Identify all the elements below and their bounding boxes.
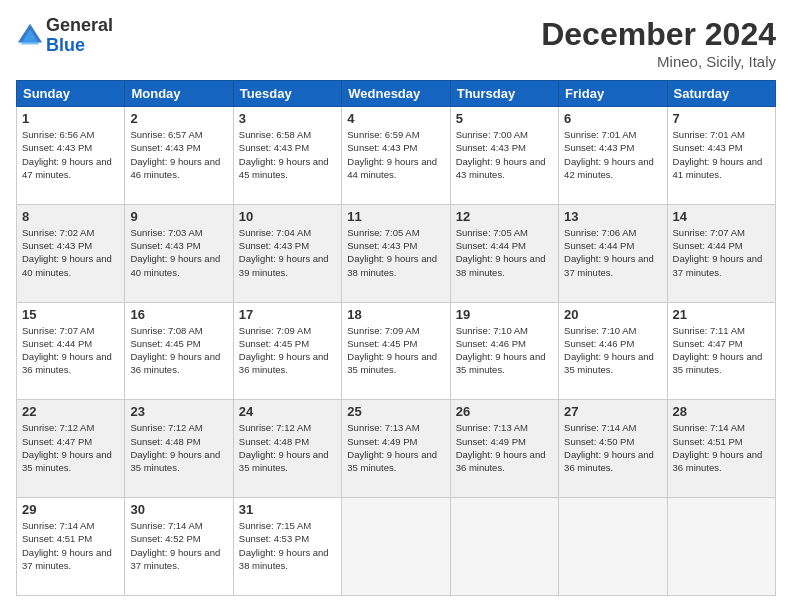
day-number: 30 bbox=[130, 502, 227, 517]
day-cell: 12 Sunrise: 7:05 AMSunset: 4:44 PMDaylig… bbox=[450, 204, 558, 302]
week-row-2: 8 Sunrise: 7:02 AMSunset: 4:43 PMDayligh… bbox=[17, 204, 776, 302]
logo-icon bbox=[16, 22, 44, 50]
day-info: Sunrise: 7:12 AMSunset: 4:47 PMDaylight:… bbox=[22, 422, 112, 473]
day-number: 15 bbox=[22, 307, 119, 322]
day-number: 26 bbox=[456, 404, 553, 419]
calendar-table: SundayMondayTuesdayWednesdayThursdayFrid… bbox=[16, 80, 776, 596]
logo: General Blue bbox=[16, 16, 113, 56]
day-number: 4 bbox=[347, 111, 444, 126]
day-cell: 29 Sunrise: 7:14 AMSunset: 4:51 PMDaylig… bbox=[17, 498, 125, 596]
col-header-thursday: Thursday bbox=[450, 81, 558, 107]
day-cell: 9 Sunrise: 7:03 AMSunset: 4:43 PMDayligh… bbox=[125, 204, 233, 302]
day-info: Sunrise: 7:01 AMSunset: 4:43 PMDaylight:… bbox=[673, 129, 763, 180]
day-cell: 11 Sunrise: 7:05 AMSunset: 4:43 PMDaylig… bbox=[342, 204, 450, 302]
day-info: Sunrise: 7:07 AMSunset: 4:44 PMDaylight:… bbox=[22, 325, 112, 376]
day-info: Sunrise: 7:10 AMSunset: 4:46 PMDaylight:… bbox=[564, 325, 654, 376]
day-info: Sunrise: 6:59 AMSunset: 4:43 PMDaylight:… bbox=[347, 129, 437, 180]
calendar-subtitle: Mineo, Sicily, Italy bbox=[541, 53, 776, 70]
day-cell: 5 Sunrise: 7:00 AMSunset: 4:43 PMDayligh… bbox=[450, 107, 558, 205]
day-number: 14 bbox=[673, 209, 770, 224]
day-info: Sunrise: 7:04 AMSunset: 4:43 PMDaylight:… bbox=[239, 227, 329, 278]
day-number: 8 bbox=[22, 209, 119, 224]
day-number: 12 bbox=[456, 209, 553, 224]
day-number: 6 bbox=[564, 111, 661, 126]
day-number: 18 bbox=[347, 307, 444, 322]
day-cell: 6 Sunrise: 7:01 AMSunset: 4:43 PMDayligh… bbox=[559, 107, 667, 205]
day-cell bbox=[667, 498, 775, 596]
day-number: 16 bbox=[130, 307, 227, 322]
day-number: 3 bbox=[239, 111, 336, 126]
day-info: Sunrise: 7:11 AMSunset: 4:47 PMDaylight:… bbox=[673, 325, 763, 376]
calendar-title: December 2024 bbox=[541, 16, 776, 53]
week-row-4: 22 Sunrise: 7:12 AMSunset: 4:47 PMDaylig… bbox=[17, 400, 776, 498]
day-cell: 17 Sunrise: 7:09 AMSunset: 4:45 PMDaylig… bbox=[233, 302, 341, 400]
day-cell: 15 Sunrise: 7:07 AMSunset: 4:44 PMDaylig… bbox=[17, 302, 125, 400]
day-cell: 22 Sunrise: 7:12 AMSunset: 4:47 PMDaylig… bbox=[17, 400, 125, 498]
day-cell: 8 Sunrise: 7:02 AMSunset: 4:43 PMDayligh… bbox=[17, 204, 125, 302]
day-number: 29 bbox=[22, 502, 119, 517]
day-info: Sunrise: 7:12 AMSunset: 4:48 PMDaylight:… bbox=[130, 422, 220, 473]
day-cell: 21 Sunrise: 7:11 AMSunset: 4:47 PMDaylig… bbox=[667, 302, 775, 400]
day-cell: 20 Sunrise: 7:10 AMSunset: 4:46 PMDaylig… bbox=[559, 302, 667, 400]
day-number: 27 bbox=[564, 404, 661, 419]
page: General Blue December 2024 Mineo, Sicily… bbox=[0, 0, 792, 612]
day-number: 21 bbox=[673, 307, 770, 322]
title-block: December 2024 Mineo, Sicily, Italy bbox=[541, 16, 776, 70]
day-number: 22 bbox=[22, 404, 119, 419]
day-number: 10 bbox=[239, 209, 336, 224]
day-cell: 28 Sunrise: 7:14 AMSunset: 4:51 PMDaylig… bbox=[667, 400, 775, 498]
day-info: Sunrise: 7:07 AMSunset: 4:44 PMDaylight:… bbox=[673, 227, 763, 278]
day-cell bbox=[342, 498, 450, 596]
day-info: Sunrise: 7:13 AMSunset: 4:49 PMDaylight:… bbox=[456, 422, 546, 473]
day-info: Sunrise: 6:56 AMSunset: 4:43 PMDaylight:… bbox=[22, 129, 112, 180]
day-info: Sunrise: 7:13 AMSunset: 4:49 PMDaylight:… bbox=[347, 422, 437, 473]
day-info: Sunrise: 7:06 AMSunset: 4:44 PMDaylight:… bbox=[564, 227, 654, 278]
logo-blue: Blue bbox=[46, 35, 85, 55]
day-info: Sunrise: 6:57 AMSunset: 4:43 PMDaylight:… bbox=[130, 129, 220, 180]
col-header-saturday: Saturday bbox=[667, 81, 775, 107]
day-info: Sunrise: 6:58 AMSunset: 4:43 PMDaylight:… bbox=[239, 129, 329, 180]
day-cell: 18 Sunrise: 7:09 AMSunset: 4:45 PMDaylig… bbox=[342, 302, 450, 400]
day-cell: 10 Sunrise: 7:04 AMSunset: 4:43 PMDaylig… bbox=[233, 204, 341, 302]
day-cell bbox=[450, 498, 558, 596]
logo-text: General Blue bbox=[46, 16, 113, 56]
day-info: Sunrise: 7:00 AMSunset: 4:43 PMDaylight:… bbox=[456, 129, 546, 180]
day-info: Sunrise: 7:09 AMSunset: 4:45 PMDaylight:… bbox=[347, 325, 437, 376]
day-number: 28 bbox=[673, 404, 770, 419]
day-number: 7 bbox=[673, 111, 770, 126]
day-info: Sunrise: 7:05 AMSunset: 4:44 PMDaylight:… bbox=[456, 227, 546, 278]
day-cell: 3 Sunrise: 6:58 AMSunset: 4:43 PMDayligh… bbox=[233, 107, 341, 205]
day-info: Sunrise: 7:03 AMSunset: 4:43 PMDaylight:… bbox=[130, 227, 220, 278]
day-info: Sunrise: 7:08 AMSunset: 4:45 PMDaylight:… bbox=[130, 325, 220, 376]
col-header-tuesday: Tuesday bbox=[233, 81, 341, 107]
day-info: Sunrise: 7:01 AMSunset: 4:43 PMDaylight:… bbox=[564, 129, 654, 180]
day-cell: 31 Sunrise: 7:15 AMSunset: 4:53 PMDaylig… bbox=[233, 498, 341, 596]
day-cell: 24 Sunrise: 7:12 AMSunset: 4:48 PMDaylig… bbox=[233, 400, 341, 498]
day-number: 24 bbox=[239, 404, 336, 419]
day-number: 31 bbox=[239, 502, 336, 517]
day-cell: 4 Sunrise: 6:59 AMSunset: 4:43 PMDayligh… bbox=[342, 107, 450, 205]
day-info: Sunrise: 7:14 AMSunset: 4:51 PMDaylight:… bbox=[673, 422, 763, 473]
day-cell: 26 Sunrise: 7:13 AMSunset: 4:49 PMDaylig… bbox=[450, 400, 558, 498]
col-header-wednesday: Wednesday bbox=[342, 81, 450, 107]
day-info: Sunrise: 7:15 AMSunset: 4:53 PMDaylight:… bbox=[239, 520, 329, 571]
day-info: Sunrise: 7:14 AMSunset: 4:51 PMDaylight:… bbox=[22, 520, 112, 571]
day-number: 2 bbox=[130, 111, 227, 126]
week-row-3: 15 Sunrise: 7:07 AMSunset: 4:44 PMDaylig… bbox=[17, 302, 776, 400]
day-number: 20 bbox=[564, 307, 661, 322]
week-row-1: 1 Sunrise: 6:56 AMSunset: 4:43 PMDayligh… bbox=[17, 107, 776, 205]
logo-general: General bbox=[46, 15, 113, 35]
day-cell: 30 Sunrise: 7:14 AMSunset: 4:52 PMDaylig… bbox=[125, 498, 233, 596]
day-cell bbox=[559, 498, 667, 596]
day-cell: 14 Sunrise: 7:07 AMSunset: 4:44 PMDaylig… bbox=[667, 204, 775, 302]
day-number: 19 bbox=[456, 307, 553, 322]
day-number: 25 bbox=[347, 404, 444, 419]
day-number: 17 bbox=[239, 307, 336, 322]
day-info: Sunrise: 7:14 AMSunset: 4:50 PMDaylight:… bbox=[564, 422, 654, 473]
day-number: 13 bbox=[564, 209, 661, 224]
day-cell: 25 Sunrise: 7:13 AMSunset: 4:49 PMDaylig… bbox=[342, 400, 450, 498]
day-cell: 2 Sunrise: 6:57 AMSunset: 4:43 PMDayligh… bbox=[125, 107, 233, 205]
day-cell: 16 Sunrise: 7:08 AMSunset: 4:45 PMDaylig… bbox=[125, 302, 233, 400]
week-row-5: 29 Sunrise: 7:14 AMSunset: 4:51 PMDaylig… bbox=[17, 498, 776, 596]
col-header-monday: Monday bbox=[125, 81, 233, 107]
